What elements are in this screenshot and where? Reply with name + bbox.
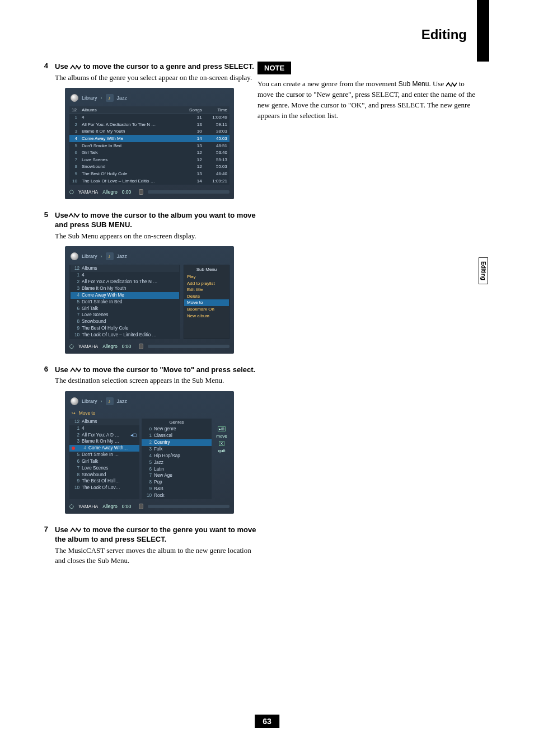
table-row: 10The Look Of Love – Limited Editio …141… (69, 177, 229, 185)
list-item: 9R&B (142, 486, 212, 492)
note-text: You can create a new genre from the move… (257, 79, 476, 121)
submenu-item: Edit title (184, 287, 229, 293)
table-row: 14111:00:49 (69, 114, 229, 121)
list-item: 8Snowbound (71, 318, 179, 325)
submenu-item: Add to playlist (184, 280, 229, 287)
submenu-item: Delete (184, 293, 229, 300)
step-description: The albums of the genre you select appea… (55, 73, 262, 83)
side-tab-editing: Editing (479, 257, 488, 284)
step-description: The destination selection screen appears… (55, 375, 262, 386)
list-item: 2All For You: A Dedication To The N … (71, 279, 179, 285)
step-title: Use/ to move the cursor to the album you… (55, 210, 262, 230)
table-row: 6Girl Talk1253:40 (69, 149, 229, 157)
slider-handle-icon (139, 189, 143, 195)
genre-panel: Genres oNew genre1Classical2Country3Folk… (142, 419, 212, 499)
list-item: 2All For You: A D …◂▢ (69, 432, 139, 439)
up-down-icon: / (70, 527, 81, 533)
disc-icon (71, 252, 78, 260)
list-item: 4Come Away With Me (71, 292, 179, 299)
list-item: 8Pop (142, 479, 212, 486)
list-item: 4Hip Hop/Rap (142, 453, 212, 459)
slider-handle-icon (139, 344, 143, 349)
disc-icon (71, 94, 78, 102)
arrow-corner-icon: ↪ (72, 411, 76, 416)
screenshot-1: Library › ♪ Jazz 12 Albums Songs Time 14… (65, 88, 234, 199)
chevron-right-icon: › (101, 95, 102, 101)
chevron-right-icon: › (101, 253, 102, 260)
step-7: 7 Use / to move the cursor to the genre … (38, 525, 262, 565)
list-item: 3Blame It On My … (69, 438, 139, 445)
step-number: 4 (38, 62, 48, 82)
disc-icon (71, 397, 78, 405)
breadcrumb: Library › ♪ Jazz (69, 251, 229, 265)
table-row: 5Don't Smoke In Bed1348:51 (69, 142, 229, 149)
list-item: 10The Look Of Lov… (69, 485, 139, 491)
saxophone-icon: ♪ (106, 252, 114, 260)
submenu-item: New album (184, 313, 229, 320)
list-item: 6Girl Talk (71, 306, 179, 312)
screen-footer: ◯ YAMAHA Allegro 0:00 (69, 344, 229, 349)
table-row: 2All For You: A Dedication To The N …135… (69, 121, 229, 128)
indicator-dot-icon (72, 447, 75, 450)
list-item: 14 (71, 272, 179, 279)
up-down-icon: / (70, 367, 81, 373)
sub-menu: Sub Menu PlayAdd to playlistEdit titleDe… (184, 265, 229, 339)
list-item: 6Latin (142, 466, 212, 473)
move-to-label: Move to (79, 411, 95, 416)
note-badge: NOTE (257, 62, 291, 74)
breadcrumb: Library › ♪ Jazz (69, 396, 229, 410)
source-album-panel: 12 Albums 142All For You: A D …◂▢3Blame … (69, 419, 139, 499)
svg-text:/: / (76, 64, 77, 70)
page-number: 63 (255, 715, 279, 728)
list-item: 9The Best Of Holl… (69, 478, 139, 485)
list-item: 9The Best Of Holly Cole (71, 325, 179, 332)
list-item: 2Country (142, 439, 212, 446)
quit-icon: ✕ (219, 441, 224, 446)
svg-text:/: / (76, 367, 77, 373)
move-icon: ▸⊞ (218, 426, 226, 431)
breadcrumb: Library › ♪ Jazz (69, 92, 229, 106)
up-down-icon: / (446, 82, 457, 87)
header-black-tab (477, 0, 489, 62)
submenu-item: Bookmark On (184, 306, 229, 313)
step-title: Use / to move the cursor to the genre yo… (55, 525, 262, 544)
step-title: Use / to move the cursor to "Move to" an… (55, 365, 262, 375)
table-row: 4Come Away With Me1445:03 (69, 135, 229, 142)
screen-footer: ◯ YAMAHA Allegro 0:00 (69, 189, 229, 195)
step-number: 7 (38, 525, 48, 565)
step-number: 6 (38, 365, 48, 386)
table-row: 3Blame It On My Youth1038:03 (69, 128, 229, 135)
svg-text:/: / (76, 527, 77, 533)
step-description: The MusicCAST server moves the album to … (55, 546, 262, 565)
list-item: 10The Look Of Love – Limited Editio … (71, 332, 179, 339)
list-item: 5Don't Smoke In … (69, 452, 139, 458)
step-4: 4 Use / to move the cursor to a genre an… (38, 62, 262, 82)
list-item: 7New Age (142, 472, 212, 479)
list-item: 8Snowbound (69, 472, 139, 478)
step-number: 5 (38, 210, 48, 241)
album-list: 12 Albums 142All For You: A Dedication T… (69, 265, 180, 339)
list-item: 7Love Scenes (71, 312, 179, 318)
progress-bar (148, 505, 229, 508)
svg-text:/: / (451, 82, 453, 87)
svg-text:/: / (73, 213, 75, 218)
step-description: The Sub Menu appears on the on-screen di… (55, 231, 262, 241)
list-item: 14 (69, 425, 139, 432)
list-item: 10Rock (142, 492, 212, 499)
list-item: 4Come Away With… (69, 445, 139, 452)
progress-bar (148, 345, 229, 348)
up-down-icon: / (70, 64, 81, 70)
list-item: 7Love Scenes (69, 465, 139, 472)
progress-bar (148, 190, 229, 194)
submenu-item: Play (184, 274, 229, 280)
list-item: 1Classical (142, 433, 212, 439)
page-title: Editing (421, 27, 467, 43)
step-title: Use / to move the cursor to a genre and … (55, 62, 262, 72)
list-item: 3Blame It On My Youth (71, 285, 179, 292)
list-item: 5Jazz (142, 459, 212, 466)
saxophone-icon: ♪ (106, 94, 114, 102)
table-row: 9The Best Of Holly Cole1346:40 (69, 170, 229, 177)
list-item: 6Girl Talk (69, 458, 139, 465)
table-row: 7Love Scenes1255:13 (69, 156, 229, 163)
up-down-icon: / (68, 213, 79, 218)
